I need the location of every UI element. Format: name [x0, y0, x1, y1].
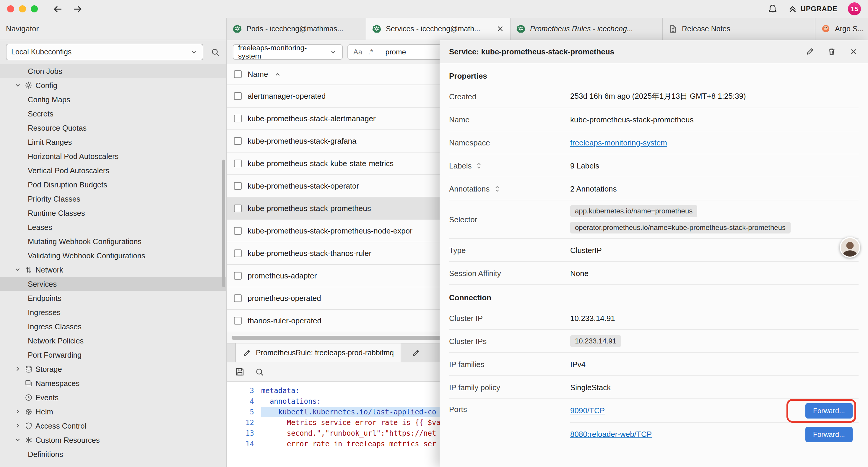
sidebar-item-access-control[interactable]: Access Control [0, 418, 226, 433]
sidebar-item-config[interactable]: Config [0, 78, 226, 92]
regex-toggle[interactable]: .* [368, 48, 373, 56]
forward-button[interactable] [72, 4, 83, 14]
notifications-bell-icon[interactable] [768, 4, 778, 14]
row-checkbox[interactable] [234, 294, 242, 302]
row-checkbox[interactable] [234, 317, 242, 324]
delete-trash-icon[interactable] [827, 47, 837, 56]
dock-tab-next[interactable] [409, 344, 424, 362]
forward-button[interactable]: Forward... [805, 427, 852, 442]
name-column-header[interactable]: Name [248, 70, 268, 79]
sidebar-item-priority-classes[interactable]: Priority Classes [0, 192, 226, 206]
tab-services-icecheng-math[interactable]: Services - icecheng@math... [366, 18, 510, 39]
sidebar-item-validating-webhook-configurations[interactable]: Validating Webhook Configurations [0, 248, 226, 262]
sidebar-item-secrets[interactable]: Secrets [0, 107, 226, 121]
port-link[interactable]: 8080:reloader-web/TCP [570, 430, 652, 439]
close-panel-icon[interactable] [848, 47, 859, 56]
match-case-toggle[interactable]: Aa [353, 48, 362, 56]
sidebar-item-services[interactable]: Services [0, 276, 226, 291]
property-row-labels: Labels9 Labels [449, 154, 859, 177]
namespace-selector[interactable]: freeleaps-monitoring-system [233, 44, 343, 60]
row-checkbox[interactable] [234, 182, 242, 190]
chevron-right-icon[interactable] [13, 408, 23, 415]
sidebar-item-cron-jobs[interactable]: Cron Jobs [0, 64, 226, 78]
tab-pods-icecheng-mathmas[interactable]: Pods - icecheng@mathmas... [227, 18, 366, 39]
search-icon[interactable] [255, 368, 264, 376]
sidebar-item-definitions[interactable]: Definitions [0, 447, 226, 461]
sidebar-item-limit-ranges[interactable]: Limit Ranges [0, 135, 226, 149]
property-label-text: Cluster IPs [449, 337, 487, 346]
sidebar-item-custom-resources[interactable]: Custom Resources [0, 433, 226, 447]
avatar[interactable] [840, 237, 860, 258]
property-value: 10.233.14.91 [570, 314, 859, 322]
kubeconfig-selector[interactable]: Local Kubeconfigs [6, 44, 203, 60]
expand-toggle-icon[interactable] [475, 162, 483, 169]
expand-toggle-icon[interactable] [493, 185, 501, 193]
tab-release-notes[interactable]: Release Notes [663, 18, 815, 39]
sidebar-item-label: Services [28, 279, 57, 288]
notification-count-badge[interactable]: 15 [848, 2, 861, 16]
tab-prometheus-rules-icecheng[interactable]: Prometheus Rules - icecheng... [510, 18, 663, 39]
zoom-window-button[interactable] [31, 5, 38, 12]
save-icon[interactable] [235, 367, 245, 377]
chevron-down-icon [190, 48, 198, 56]
network-icon [23, 266, 34, 273]
sidebar-item-vertical-pod-autoscalers[interactable]: Vertical Pod Autoscalers [0, 163, 226, 177]
row-checkbox[interactable] [234, 250, 242, 257]
chevron-right-icon[interactable] [13, 365, 23, 372]
row-checkbox[interactable] [234, 115, 242, 122]
chevron-down-icon[interactable] [13, 436, 23, 443]
chevron-down-icon[interactable] [13, 82, 23, 89]
select-all-checkbox[interactable] [234, 70, 242, 78]
sidebar-item-config-maps[interactable]: Config Maps [0, 92, 226, 107]
sidebar-item-label: Helm [35, 407, 53, 416]
row-checkbox[interactable] [234, 272, 242, 280]
sidebar-item-network-policies[interactable]: Network Policies [0, 333, 226, 348]
chevron-down-icon[interactable] [13, 266, 23, 273]
property-link[interactable]: freeleaps-monitoring-system [570, 138, 859, 147]
row-checkbox[interactable] [234, 227, 242, 235]
tab-close-icon[interactable] [496, 25, 504, 32]
property-label-text: Annotations [449, 184, 490, 193]
sidebar-item-label: Ingress Classes [28, 322, 82, 331]
sidebar-item-label: Validating Webhook Configurations [28, 251, 145, 260]
sidebar-item-horizontal-pod-autoscalers[interactable]: Horizontal Pod Autoscalers [0, 149, 226, 163]
edit-pencil-icon[interactable] [805, 47, 815, 56]
sort-ascending-icon[interactable] [274, 70, 282, 78]
sidebar-search-button[interactable] [210, 47, 220, 57]
sidebar-item-port-forwarding[interactable]: Port Forwarding [0, 348, 226, 362]
chevron-right-icon[interactable] [13, 422, 23, 429]
minimize-window-button[interactable] [19, 5, 26, 12]
close-window-button[interactable] [7, 5, 14, 12]
row-checkbox[interactable] [234, 159, 242, 167]
namespaces-icon [23, 379, 34, 387]
sidebar-item-ingresses[interactable]: Ingresses [0, 305, 226, 319]
sidebar-item-mutating-webhook-configurations[interactable]: Mutating Webhook Configurations [0, 234, 226, 248]
sidebar-item-leases[interactable]: Leases [0, 220, 226, 234]
sidebar-item-namespaces[interactable]: Namespaces [0, 376, 226, 390]
sidebar-item-events[interactable]: Events [0, 390, 226, 404]
dock-tab-prometheusrule[interactable]: PrometheusRule: freeleaps-prod-rabbitmq [235, 344, 402, 362]
forward-button[interactable]: Forward... [805, 403, 852, 418]
sidebar-scrollbar[interactable] [222, 159, 225, 287]
sidebar-item-helm[interactable]: Helm [0, 404, 226, 418]
row-checkbox[interactable] [234, 137, 242, 145]
property-label-text: Name [449, 115, 469, 124]
sidebar-item-storage[interactable]: Storage [0, 362, 226, 376]
sidebar-item-network[interactable]: Network [0, 262, 226, 276]
back-button[interactable] [52, 4, 63, 14]
sidebar-item-ingress-classes[interactable]: Ingress Classes [0, 319, 226, 333]
sidebar-item-endpoints[interactable]: Endpoints [0, 291, 226, 305]
port-line-8080-reloader-web-tcp: 8080:reloader-web/TCPForward... [570, 423, 859, 446]
upgrade-button[interactable]: UPGRADE [788, 4, 837, 13]
row-checkbox[interactable] [234, 92, 242, 100]
tab-argo-s[interactable]: Argo S... [815, 18, 868, 39]
property-row-selector: Selectorapp.kubernetes.io/name=prometheu… [449, 200, 859, 239]
port-link[interactable]: 9090/TCP [570, 406, 605, 415]
sidebar-item-runtime-classes[interactable]: Runtime Classes [0, 206, 226, 220]
sidebar-item-resource-quotas[interactable]: Resource Quotas [0, 121, 226, 135]
property-label-text: Labels [449, 161, 472, 170]
row-checkbox[interactable] [234, 205, 242, 212]
sidebar-item-pod-disruption-budgets[interactable]: Pod Disruption Budgets [0, 177, 226, 192]
main-area: Local Kubeconfigs Cron JobsConfigConfig … [0, 40, 868, 467]
sidebar-item-label: Access Control [35, 421, 86, 430]
